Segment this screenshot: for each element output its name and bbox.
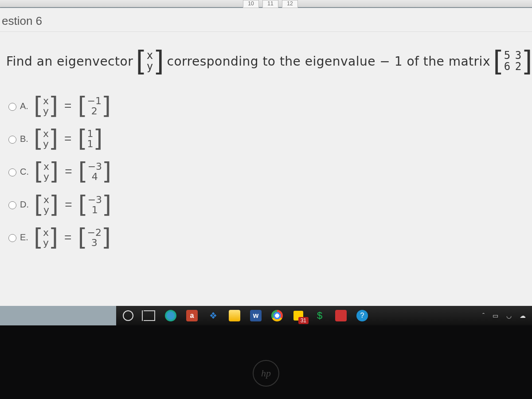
label-B: B. (20, 134, 28, 144)
camera-icon[interactable] (335, 310, 347, 321)
equals-sign: = (64, 99, 71, 113)
tray-caret-icon[interactable]: ˆ (482, 312, 485, 319)
lhs-y: y (43, 106, 49, 116)
mat-21: 6 (504, 61, 511, 72)
choice-C[interactable]: C. [xy] = [−34] (6, 161, 526, 182)
prompt-part1: Find an eigenvector (6, 54, 133, 69)
lhs-x: x (43, 96, 49, 106)
choice-E[interactable]: E. [xy] = [−23] (6, 227, 526, 248)
radio-B[interactable] (8, 136, 16, 144)
C-bot: 4 (92, 172, 98, 182)
access-icon[interactable]: a (186, 310, 198, 321)
C-top: −3 (88, 161, 102, 172)
battery-icon[interactable]: ▭ (493, 312, 498, 319)
radio-E[interactable] (8, 234, 16, 242)
B-bot: 1 (87, 139, 94, 149)
onedrive-icon[interactable]: ☁ (520, 312, 526, 319)
lhs-x: x (43, 227, 49, 238)
eigenvector-symbol: [ x y ] (136, 50, 164, 73)
label-D: D. (20, 200, 29, 210)
lhs-x: x (43, 161, 49, 172)
nav-page-12[interactable]: 12 (282, 0, 298, 8)
choice-B[interactable]: B. [xy] = [11] (6, 129, 526, 149)
question-panel: estion 6 Find an eigenvector [ x y ] cor… (0, 8, 532, 306)
notification-badge: 31 (298, 317, 309, 324)
edge-icon[interactable] (165, 310, 176, 321)
mat-11: 5 (504, 50, 511, 61)
E-bot: 3 (91, 238, 98, 248)
matrix: [ 53 62 ] (493, 50, 532, 73)
choice-D[interactable]: D. [xy] = [−31] (6, 195, 526, 215)
lhs-vector: [xy] (34, 227, 58, 248)
label-E: E. (20, 232, 28, 243)
prompt-part2: corresponding to the eigenvalue − 1 of t… (167, 54, 490, 69)
equals-sign: = (65, 198, 72, 212)
A-bot: 2 (91, 106, 98, 116)
E-top: −2 (87, 227, 102, 238)
word-icon[interactable]: w (250, 310, 262, 321)
chrome-icon[interactable] (271, 310, 283, 321)
B-top: 1 (87, 129, 94, 139)
radio-A[interactable] (8, 103, 16, 111)
cortana-icon[interactable] (122, 310, 134, 321)
lhs-y: y (43, 205, 49, 215)
spotify-icon[interactable]: $ (314, 310, 325, 321)
norton-icon[interactable]: 31 (293, 310, 304, 321)
lhs-vector: [xy] (34, 195, 59, 215)
equals-sign: = (64, 231, 71, 245)
equals-sign: = (65, 164, 72, 179)
D-bot: 1 (92, 205, 98, 215)
rhs-vector-A: [−12] (78, 96, 111, 116)
nav-page-11[interactable]: 11 (262, 0, 278, 8)
lhs-x: x (43, 195, 49, 205)
lhs-y: y (43, 139, 49, 149)
question-header: estion 6 (0, 8, 532, 32)
vector-y: y (147, 61, 153, 72)
hp-logo: hp (253, 360, 279, 387)
lhs-y: y (43, 238, 49, 248)
D-top: −3 (88, 195, 102, 205)
help-icon[interactable]: ? (356, 310, 368, 321)
rhs-vector-C: [−34] (78, 161, 112, 182)
equals-sign: = (64, 132, 71, 146)
mat-12: 3 (515, 50, 522, 61)
radio-D[interactable] (8, 201, 16, 209)
lhs-vector: [xy] (34, 129, 58, 149)
A-top: −1 (87, 96, 102, 106)
top-nav-fragment: 10 11 12 (0, 0, 532, 7)
choice-A[interactable]: A. [xy] = [−12] (6, 96, 526, 116)
label-A: A. (20, 101, 28, 111)
vector-x: x (147, 50, 153, 61)
label-C: C. (20, 167, 29, 177)
radio-C[interactable] (8, 168, 16, 176)
wifi-icon[interactable]: ◡ (506, 312, 512, 319)
lhs-x: x (43, 129, 49, 139)
lhs-vector: [xy] (34, 96, 58, 116)
rhs-vector-D: [−31] (78, 195, 112, 215)
task-view-icon[interactable] (144, 310, 155, 321)
mat-22: 2 (515, 61, 522, 72)
nav-page-10[interactable]: 10 (243, 0, 259, 8)
system-tray: ˆ ▭ ◡ ☁ (482, 312, 526, 319)
lhs-y: y (43, 172, 49, 182)
rhs-vector-E: [−23] (78, 227, 111, 248)
windows-taskbar: a ❖ w 31 $ ? ˆ ▭ ◡ ☁ (116, 306, 532, 325)
choice-list: A. [xy] = [−12] B. [xy] = [11] C. [xy (0, 78, 532, 266)
dropbox-icon[interactable]: ❖ (207, 310, 219, 321)
question-prompt: Find an eigenvector [ x y ] correspondin… (0, 32, 532, 78)
laptop-bezel: hp (0, 325, 532, 399)
file-explorer-icon[interactable] (229, 310, 240, 321)
lhs-vector: [xy] (34, 161, 59, 182)
rhs-vector-B: [11] (78, 129, 102, 149)
